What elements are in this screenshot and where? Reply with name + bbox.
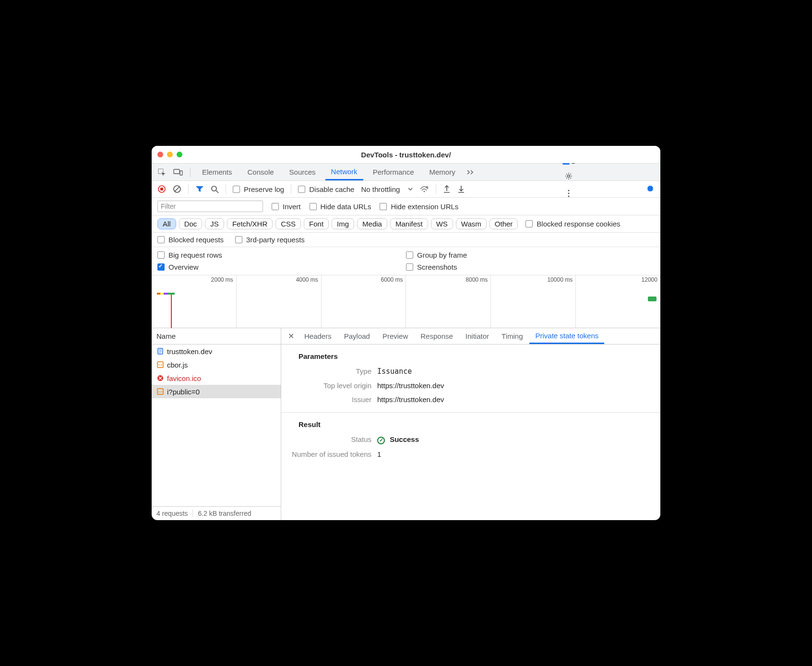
screenshots-checkbox[interactable]: Screenshots bbox=[406, 263, 655, 271]
tick-12000: 12000 bbox=[642, 276, 657, 283]
timeline-overview[interactable]: 2000 ms 4000 ms 6000 ms 8000 ms 10000 ms… bbox=[152, 275, 660, 328]
param-value: Issuance bbox=[377, 367, 412, 376]
chip-ws[interactable]: WS bbox=[431, 218, 453, 229]
chip-all[interactable]: All bbox=[157, 218, 176, 229]
network-conditions-icon[interactable] bbox=[419, 185, 429, 193]
blocked-cookies-checkbox[interactable]: Blocked response cookies bbox=[525, 220, 620, 228]
preserve-log-checkbox[interactable]: Preserve log bbox=[233, 185, 284, 193]
chip-img[interactable]: Img bbox=[332, 218, 354, 229]
chip-js[interactable]: JS bbox=[205, 218, 224, 229]
request-row[interactable]: <> cbor.js bbox=[152, 358, 281, 371]
param-origin: Top level origin https://trusttoken.dev bbox=[281, 379, 660, 392]
chip-fetch-xhr[interactable]: Fetch/XHR bbox=[227, 218, 273, 229]
svg-text:<>: <> bbox=[158, 390, 163, 394]
hide-extension-urls-checkbox[interactable]: Hide extension URLs bbox=[380, 202, 458, 211]
filter-input[interactable]: Filter bbox=[157, 201, 263, 212]
third-party-checkbox[interactable]: 3rd-party requests bbox=[235, 236, 305, 244]
settings-gear-icon[interactable] bbox=[562, 170, 575, 182]
hide-data-urls-checkbox[interactable]: Hide data URLs bbox=[310, 202, 371, 211]
svg-point-4 bbox=[568, 190, 570, 191]
tick-10000: 10000 ms bbox=[547, 276, 573, 283]
tab-preview[interactable]: Preview bbox=[377, 328, 414, 344]
tick-2000: 2000 ms bbox=[211, 276, 233, 283]
svg-rect-1 bbox=[174, 169, 179, 174]
group-frame-checkbox[interactable]: Group by frame bbox=[406, 251, 655, 259]
svg-line-10 bbox=[175, 187, 179, 191]
tab-network[interactable]: Network bbox=[325, 164, 363, 180]
request-row[interactable]: <> i?public=0 bbox=[152, 385, 281, 398]
blocked-requests-checkbox[interactable]: Blocked requests bbox=[157, 236, 224, 244]
tab-console[interactable]: Console bbox=[242, 164, 280, 180]
tab-initiator[interactable]: Initiator bbox=[460, 328, 495, 344]
clear-button[interactable] bbox=[173, 185, 181, 193]
success-icon: ✓ bbox=[377, 437, 385, 444]
request-name: favicon.ico bbox=[167, 374, 201, 382]
tab-headers[interactable]: Headers bbox=[299, 328, 337, 344]
big-rows-label: Big request rows bbox=[168, 251, 222, 259]
export-har-icon[interactable] bbox=[443, 185, 451, 193]
minimize-traffic-icon[interactable] bbox=[167, 152, 173, 157]
devtools-window: DevTools - trusttoken.dev/ Elements Cons… bbox=[152, 146, 660, 520]
result-status: Status ✓ Success bbox=[281, 432, 660, 447]
chip-font[interactable]: Font bbox=[304, 218, 329, 229]
screenshots-label: Screenshots bbox=[417, 263, 457, 271]
close-detail-button[interactable]: ✕ bbox=[284, 332, 298, 341]
tab-payload[interactable]: Payload bbox=[338, 328, 376, 344]
request-count: 4 requests bbox=[156, 510, 188, 517]
disable-cache-checkbox[interactable]: Disable cache bbox=[298, 185, 354, 193]
filter-row: Filter Invert Hide data URLs Hide extens… bbox=[152, 198, 660, 215]
status-value: Success bbox=[390, 435, 419, 443]
param-key: Top level origin bbox=[281, 381, 377, 390]
throttling-select[interactable]: No throttling bbox=[361, 185, 412, 193]
zoom-traffic-icon[interactable] bbox=[177, 152, 182, 157]
param-value: https://trusttoken.dev bbox=[377, 381, 444, 390]
request-row[interactable]: trusttoken.dev bbox=[152, 345, 281, 358]
more-tabs-icon[interactable] bbox=[465, 166, 478, 178]
search-icon[interactable] bbox=[211, 185, 219, 193]
tab-response[interactable]: Response bbox=[415, 328, 459, 344]
invert-checkbox[interactable]: Invert bbox=[272, 202, 301, 211]
tab-performance[interactable]: Performance bbox=[367, 164, 420, 180]
tab-sources[interactable]: Sources bbox=[284, 164, 322, 180]
tab-private-state-tokens[interactable]: Private state tokens bbox=[529, 328, 604, 344]
tab-timing[interactable]: Timing bbox=[496, 328, 528, 344]
tab-elements[interactable]: Elements bbox=[196, 164, 238, 180]
invert-label: Invert bbox=[283, 202, 301, 211]
param-type: Type Issuance bbox=[281, 364, 660, 379]
svg-point-5 bbox=[568, 192, 570, 194]
request-row[interactable]: favicon.ico bbox=[152, 371, 281, 385]
kebab-menu-icon[interactable] bbox=[562, 187, 575, 200]
param-value: 1 bbox=[377, 450, 381, 458]
param-value: https://trusttoken.dev bbox=[377, 395, 444, 404]
import-har-icon[interactable] bbox=[457, 185, 465, 193]
device-icon[interactable] bbox=[172, 166, 184, 178]
svg-rect-8 bbox=[160, 188, 163, 190]
third-party-label: 3rd-party requests bbox=[246, 236, 305, 244]
chip-doc[interactable]: Doc bbox=[179, 218, 203, 229]
main-tabs: Elements Console Sources Network Perform… bbox=[152, 163, 660, 180]
chip-css[interactable]: CSS bbox=[275, 218, 301, 229]
titlebar: DevTools - trusttoken.dev/ bbox=[152, 146, 660, 163]
tab-memory[interactable]: Memory bbox=[424, 164, 461, 180]
chip-other[interactable]: Other bbox=[490, 218, 518, 229]
split-view: Name trusttoken.dev <> cbor.js favicon.i… bbox=[152, 328, 660, 520]
traffic-lights bbox=[157, 152, 182, 157]
network-settings-icon[interactable] bbox=[646, 185, 655, 193]
param-value: ✓ Success bbox=[377, 435, 419, 444]
hide-ext-urls-label: Hide extension URLs bbox=[391, 202, 458, 211]
param-issuer: Issuer https://trusttoken.dev bbox=[281, 392, 660, 406]
throttling-value: No throttling bbox=[361, 185, 400, 193]
record-button[interactable] bbox=[157, 185, 166, 193]
chip-manifest[interactable]: Manifest bbox=[390, 218, 428, 229]
column-header-name[interactable]: Name bbox=[152, 328, 281, 345]
chip-wasm[interactable]: Wasm bbox=[456, 218, 487, 229]
inspect-icon[interactable] bbox=[155, 166, 168, 178]
timeline-cursor bbox=[171, 295, 172, 328]
svg-rect-2 bbox=[180, 171, 182, 175]
filter-toggle-icon[interactable] bbox=[195, 185, 204, 193]
chip-media[interactable]: Media bbox=[357, 218, 387, 229]
close-traffic-icon[interactable] bbox=[157, 152, 163, 157]
divider bbox=[188, 184, 189, 194]
overview-checkbox[interactable]: Overview bbox=[157, 263, 406, 271]
big-rows-checkbox[interactable]: Big request rows bbox=[157, 251, 406, 259]
